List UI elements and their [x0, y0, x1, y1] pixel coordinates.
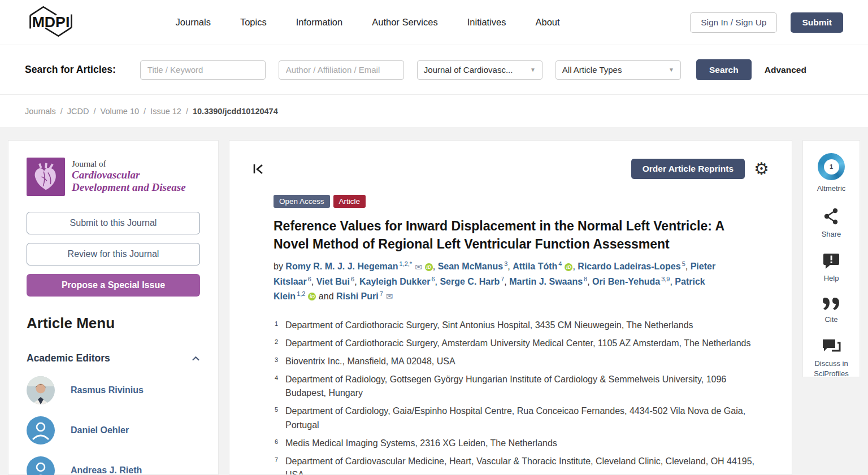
help-tool[interactable]: Help — [822, 252, 841, 284]
author-link[interactable]: Attila Tóth — [513, 262, 557, 272]
person-icon — [27, 416, 55, 445]
author-affiliation-input[interactable] — [279, 60, 404, 80]
breadcrumb-separator: / — [60, 107, 63, 116]
breadcrumb-volume[interactable]: Volume 10 — [101, 107, 140, 116]
academic-editors-toggle[interactable]: Academic Editors — [27, 352, 200, 364]
top-navigation-bar: MDPI Journals Topics Information Author … — [0, 0, 868, 45]
breadcrumb-issue[interactable]: Issue 12 — [150, 107, 181, 116]
affiliation-list: 1Department of Cardiothoracic Surgery, S… — [274, 319, 761, 475]
search-button[interactable]: Search — [696, 59, 752, 80]
nav-topics[interactable]: Topics — [240, 17, 267, 28]
author-link[interactable]: Ori Ben-Yehuda — [592, 277, 660, 286]
order-reprints-button[interactable]: Order Article Reprints — [631, 159, 745, 179]
editor-name: Daniel Oehler — [71, 425, 129, 435]
author-link[interactable]: Sean McManus — [438, 262, 504, 272]
author-affiliation-superscript: 7 — [501, 276, 504, 282]
article-search-bar: Search for Articles: Journal of Cardiova… — [0, 45, 868, 95]
author-link[interactable]: Rishi Puri — [336, 291, 379, 301]
affiliation-item: 2Department of Cardiothoracic Surgery, A… — [274, 337, 761, 351]
affiliation-item: 7Department of Cardiovascular Medicine, … — [274, 455, 761, 475]
affiliation-item: 3Bioventrix Inc., Mansfield, MA 02048, U… — [274, 355, 761, 369]
nav-information[interactable]: Information — [296, 17, 343, 28]
editor-daniel-oehler[interactable]: Daniel Oehler — [27, 416, 200, 445]
submit-button[interactable]: Submit — [791, 12, 843, 33]
svg-text:MDPI: MDPI — [32, 13, 70, 30]
open-access-badge: Open Access — [274, 195, 330, 208]
affiliation-item: 4Department of Radiology, Gottsegen Györ… — [274, 373, 761, 401]
orcid-icon[interactable]: iD — [565, 263, 572, 271]
nav-about[interactable]: About — [535, 17, 559, 28]
author-link[interactable]: Martin J. Swaans — [509, 277, 583, 286]
journal-logo[interactable]: Journal of Cardiovascular Development an… — [27, 158, 200, 196]
author-link[interactable]: Ricardo Ladeiras-Lopes — [578, 262, 680, 272]
breadcrumb-journals[interactable]: Journals — [25, 107, 56, 116]
cite-label: Cite — [824, 315, 837, 325]
breadcrumb-separator: / — [144, 107, 146, 116]
journal-title-line2: Development and Disease — [72, 181, 186, 194]
author-link[interactable]: Viet Bui — [316, 277, 350, 286]
email-icon[interactable]: ✉ — [415, 262, 422, 272]
author-affiliation-superscript: 5 — [682, 260, 685, 267]
journal-title-line1: Cardiovascular — [72, 169, 186, 181]
sign-in-button[interactable]: Sign In / Sign Up — [690, 12, 777, 33]
journal-heart-logo-icon — [27, 158, 65, 196]
author-link[interactable]: Serge C. Harb — [440, 277, 500, 286]
discuss-tool[interactable]: Discuss in SciProfiles — [806, 337, 856, 378]
journal-select-value: Journal of Cardiovasc... — [424, 65, 513, 75]
author-affiliation-superscript: 4 — [558, 260, 562, 267]
email-icon[interactable]: ✉ — [386, 291, 393, 302]
author-affiliation-superscript: 1,2,* — [400, 260, 413, 267]
breadcrumb-jcdd[interactable]: JCDD — [67, 107, 89, 116]
journal-select[interactable]: Journal of Cardiovasc... ▼ — [417, 60, 542, 80]
nav-initiatives[interactable]: Initiatives — [467, 17, 506, 28]
article-type-select-value: All Article Types — [562, 65, 622, 75]
article-main-panel: Order Article Reprints ⚙ Open Access Art… — [229, 140, 792, 475]
editor-andreas-rieth[interactable]: Andreas J. Rieth — [27, 456, 200, 475]
collapse-back-icon[interactable] — [252, 163, 264, 175]
mdpi-logo[interactable]: MDPI — [25, 3, 79, 42]
author-affiliation-superscript: 3,9 — [661, 276, 670, 282]
editor-name: Rasmus Rivinius — [71, 385, 144, 395]
altmetric-score: 1 — [824, 159, 839, 175]
header-actions: Sign In / Sign Up Submit — [690, 12, 843, 33]
paper-title: Reference Values for Inward Displacement… — [274, 217, 755, 253]
author-affiliation-superscript: 8 — [584, 276, 587, 282]
author-affiliation-superscript: 6 — [431, 276, 435, 282]
journal-sidebar: Journal of Cardiovascular Development an… — [8, 140, 219, 475]
breadcrumb-doi[interactable]: 10.3390/jcdd10120474 — [193, 107, 278, 116]
altmetric-donut-icon: 1 — [818, 153, 845, 180]
affiliation-item: 6Medis Medical Imaging Systems, 2316 XG … — [274, 437, 761, 451]
search-for-articles-label: Search for Articles: — [25, 64, 116, 76]
share-tool[interactable]: Share — [822, 207, 841, 239]
orcid-icon[interactable]: iD — [425, 263, 433, 271]
editor-rasmus-rivinius[interactable]: Rasmus Rivinius — [27, 376, 200, 404]
altmetric-widget[interactable]: 1 Altmetric — [817, 153, 846, 194]
author-link[interactable]: Kayleigh Dukker — [359, 277, 430, 286]
breadcrumb: Journals/ JCDD/ Volume 10/ Issue 12/ 10.… — [0, 95, 868, 127]
nav-journals[interactable]: Journals — [176, 17, 211, 28]
article-type-select[interactable]: All Article Types ▼ — [555, 60, 681, 80]
discuss-chat-icon — [821, 337, 841, 355]
affiliation-item: 1Department of Cardiothoracic Surgery, S… — [274, 319, 761, 333]
advanced-search-link[interactable]: Advanced — [765, 65, 806, 75]
title-keyword-input[interactable] — [140, 60, 266, 80]
author-affiliation-superscript: 3 — [504, 260, 507, 267]
breadcrumb-separator: / — [186, 107, 188, 116]
propose-special-issue-button[interactable]: Propose a Special Issue — [27, 274, 200, 297]
nav-author-services[interactable]: Author Services — [372, 17, 437, 28]
author-list: by Romy R. M. J. J. Hegeman1,2,*✉iD, Sea… — [274, 259, 726, 304]
review-for-journal-button[interactable]: Review for this Journal — [27, 243, 200, 265]
submit-to-journal-button[interactable]: Submit to this Journal — [27, 212, 200, 234]
help-icon — [822, 252, 841, 270]
journal-title-prefix: Journal of — [72, 159, 186, 169]
orcid-icon[interactable]: iD — [308, 293, 316, 300]
cite-tool[interactable]: Cite — [822, 297, 841, 325]
gear-icon[interactable]: ⚙ — [754, 160, 769, 177]
breadcrumb-separator: / — [94, 107, 96, 116]
author-link[interactable]: Romy R. M. J. J. Hegeman — [285, 262, 398, 272]
article-tools-sidebar: 1 Altmetric Share Help — [802, 140, 860, 377]
discuss-label: Discuss in SciProfiles — [806, 359, 856, 378]
author-affiliation-superscript: 7 — [380, 290, 383, 297]
journal-title: Journal of Cardiovascular Development an… — [72, 158, 186, 194]
page-body: Journal of Cardiovascular Development an… — [0, 127, 868, 475]
